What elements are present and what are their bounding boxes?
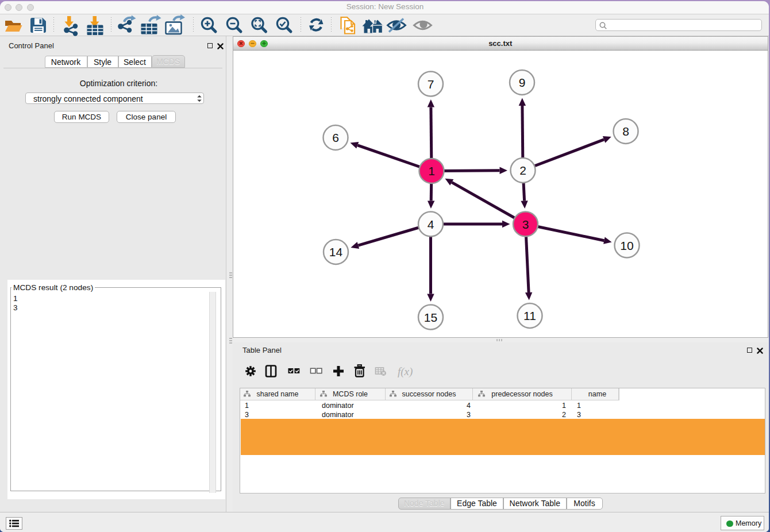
svg-text:11: 11 [523, 309, 536, 322]
svg-text:14: 14 [329, 245, 343, 259]
svg-text:f(x): f(x) [398, 365, 413, 378]
svg-text:3: 3 [522, 218, 529, 231]
svg-text:10: 10 [620, 239, 633, 252]
svg-text:9: 9 [519, 76, 526, 89]
svg-text:4: 4 [428, 218, 434, 231]
svg-text:7: 7 [428, 78, 434, 91]
svg-text:15: 15 [424, 311, 437, 324]
svg-text:2: 2 [519, 164, 526, 177]
svg-text:6: 6 [332, 131, 339, 144]
svg-text:1: 1 [428, 164, 435, 178]
svg-text:8: 8 [622, 125, 629, 138]
